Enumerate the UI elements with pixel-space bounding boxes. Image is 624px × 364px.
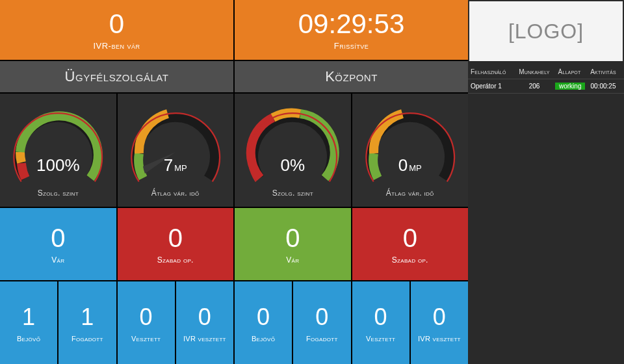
th-activity: Aktivitás: [586, 68, 620, 75]
stile-value: 0: [140, 304, 153, 331]
small-tile-row: 1 Bejövő 1 Fogadott 0 Vesztett 0 IVR ves…: [0, 281, 468, 364]
stile-lost-1: 0 Vesztett: [352, 281, 410, 364]
gauge-value-text: 0: [398, 155, 408, 175]
stile-answered-1: 0 Fogadott: [293, 281, 350, 364]
gauge-value: 100%: [0, 155, 116, 176]
gauge-icon: [358, 100, 462, 191]
gauge-unit: mp: [409, 161, 422, 174]
stile-value: 0: [198, 304, 211, 331]
tile-free-op-1: 0 Szabad op.: [352, 208, 469, 281]
td-status: working: [552, 83, 586, 90]
gauge-caption: Átlag vár. idő: [352, 188, 469, 198]
stile-value: 1: [22, 304, 35, 331]
gauge-caption: Szolg. szint: [0, 188, 116, 198]
tile-value: 0: [51, 224, 65, 253]
stile-value: 1: [81, 304, 94, 331]
status-table: Felhasználó Munkahely Állapot Aktivitás …: [468, 65, 624, 94]
gauge-service-level-1: 0% Szolg. szint: [235, 94, 351, 207]
stile-ivr-lost-1: 0 IVR vesztett: [411, 281, 468, 364]
stile-caption: Vesztett: [131, 335, 161, 343]
stile-answered-0: 1 Fogadott: [58, 281, 116, 364]
stile-value: 0: [433, 304, 446, 331]
gauge-icon: [124, 100, 228, 191]
status-badge: working: [555, 83, 585, 90]
stile-caption: IVR vesztett: [183, 335, 226, 343]
table-row: Operátor 1 206 working 00:00:25: [468, 79, 624, 94]
section-header-row: Ügyfélszolgálat Központ: [0, 61, 468, 92]
section-header-1: Központ: [235, 61, 468, 92]
stile-caption: Bejövő: [252, 335, 275, 343]
updated-value: 09:29:53: [298, 8, 405, 40]
gauge-service-level-0: 100% Szolg. szint: [0, 94, 116, 207]
stile-caption: Vesztett: [366, 335, 395, 343]
stile-lost-0: 0 Vesztett: [118, 281, 175, 364]
tile-caption: Vár: [286, 255, 299, 265]
stile-value: 0: [374, 304, 387, 331]
gauge-avg-wait-0: 7mp Átlag vár. idő: [118, 94, 234, 207]
tile-value: 0: [285, 224, 300, 253]
stile-caption: IVR vesztett: [418, 335, 461, 343]
th-user: Felhasználó: [468, 68, 516, 75]
tile-row: 0 Vár 0 Szabad op. 0 Vár 0 Szabad op.: [0, 208, 468, 281]
stile-value: 0: [257, 304, 270, 331]
dashboard-root: 0 IVR-ben vár 09:29:53 Frissítve Ügyféls…: [0, 0, 624, 364]
tile-free-op-0: 0 Szabad op.: [118, 208, 234, 281]
stile-ivr-lost-0: 0 IVR vesztett: [176, 281, 233, 364]
gauge-icon: [240, 100, 344, 191]
tile-value: 0: [403, 224, 417, 253]
ivr-waiting-card: 0 IVR-ben vár: [0, 0, 233, 60]
gauge-row: 100% Szolg. szint 7mp Átlag vár. idő: [0, 94, 468, 207]
gauge-caption: Szolg. szint: [235, 188, 351, 198]
ivr-waiting-value: 0: [109, 8, 124, 40]
tile-caption: Vár: [51, 255, 64, 265]
td-user: Operátor 1: [468, 83, 516, 90]
stile-caption: Fogadott: [72, 335, 103, 343]
th-workplace: Munkahely: [516, 68, 552, 75]
stile-incoming-0: 1 Bejövő: [0, 281, 57, 364]
gauge-value-text: 0%: [280, 155, 305, 175]
gauge-value: 7mp: [118, 155, 234, 176]
td-workplace: 206: [516, 83, 552, 90]
tile-caption: Szabad op.: [157, 255, 194, 265]
gauge-value: 0mp: [352, 155, 469, 176]
table-header-row: Felhasználó Munkahely Állapot Aktivitás: [468, 65, 624, 79]
gauge-value-text: 100%: [36, 155, 80, 175]
td-activity: 00:00:25: [586, 83, 620, 90]
gauge-avg-wait-1: 0mp Átlag vár. idő: [352, 94, 469, 207]
th-status: Állapot: [552, 68, 586, 75]
updated-caption: Frissítve: [334, 41, 369, 51]
main-panel: 0 IVR-ben vár 09:29:53 Frissítve Ügyféls…: [0, 0, 468, 364]
stile-caption: Fogadott: [306, 335, 338, 343]
tile-value: 0: [168, 224, 183, 253]
logo: [LOGO]: [469, 1, 623, 61]
stile-value: 0: [315, 304, 328, 331]
gauge-value-text: 7: [164, 155, 173, 175]
side-panel: [LOGO] Felhasználó Munkahely Állapot Akt…: [468, 0, 624, 364]
stile-incoming-1: 0 Bejövő: [235, 281, 292, 364]
stile-caption: Bejövő: [17, 335, 40, 343]
gauge-unit: mp: [174, 161, 187, 174]
section-header-0: Ügyfélszolgálat: [0, 61, 233, 92]
tile-caption: Szabad op.: [392, 255, 428, 265]
gauge-value: 0%: [235, 155, 351, 176]
tile-waiting-0: 0 Vár: [0, 208, 116, 281]
tile-waiting-1: 0 Vár: [235, 208, 351, 281]
updated-card: 09:29:53 Frissítve: [235, 0, 468, 60]
gauge-icon: [6, 100, 110, 191]
ivr-waiting-caption: IVR-ben vár: [93, 41, 140, 51]
gauge-caption: Átlag vár. idő: [118, 188, 234, 198]
top-row: 0 IVR-ben vár 09:29:53 Frissítve: [0, 0, 468, 60]
